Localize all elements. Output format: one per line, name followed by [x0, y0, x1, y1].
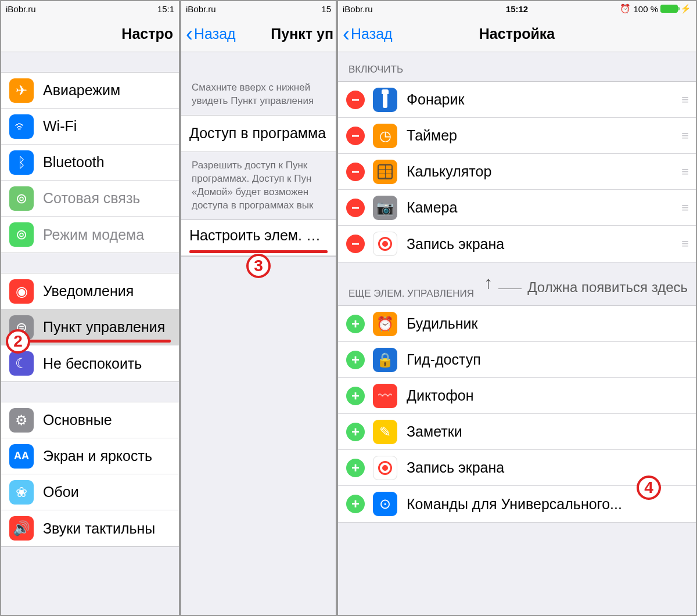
row-label: Доступ в программа [189, 125, 328, 142]
add-button[interactable]: + [346, 495, 365, 513]
row-customize[interactable]: Настроить элем. упр [181, 220, 336, 256]
carrier-label: iBobr.ru [186, 4, 321, 14]
back-button[interactable]: ‹ Назад [343, 26, 393, 42]
row-label: Bluetooth [43, 154, 171, 171]
annotation-badge-4: 4 [637, 475, 661, 500]
add-button[interactable]: + [346, 315, 365, 333]
status-bar: iBobr.ru 15:12 ⏰ 100 % ⚡ [338, 1, 696, 16]
remove-button[interactable]: − [346, 163, 365, 181]
control-row[interactable]: −Калькулятор≡ [338, 154, 696, 190]
add-button[interactable]: + [346, 351, 365, 369]
bluetooth-icon: ᛒ [9, 150, 34, 175]
time-label: 15 [321, 4, 331, 14]
page-title: Настро [121, 26, 173, 42]
row-label: Настроить элем. упр [189, 227, 328, 244]
page-title: Пункт уп [271, 26, 333, 42]
settings-row[interactable]: 🔊Звуки тактильны [1, 510, 179, 546]
control-row[interactable]: −Запись экрана≡ [338, 226, 696, 262]
more-list: 4 +⏰Будильник+🔒Гид-доступ+〰Диктофон+✎Зам… [338, 305, 696, 523]
dnd-icon: ☾ [9, 351, 34, 376]
row-label: Заметки [407, 423, 688, 440]
remove-button[interactable]: − [346, 127, 365, 145]
control-row[interactable]: +🔒Гид-доступ [338, 342, 696, 378]
settings-row[interactable]: ✈Авиарежим [1, 73, 179, 109]
include-list: −Фонарик≡−◷Таймер≡−Калькулятор≡−📷Камера≡… [338, 81, 696, 262]
add-button[interactable]: + [346, 423, 365, 441]
row-access-in-apps[interactable]: Доступ в программа [181, 116, 336, 152]
remove-button[interactable]: − [346, 235, 365, 253]
control-row[interactable]: +⏰Будильник [338, 306, 696, 342]
settings-row[interactable]: ⊚Сотовая связь [1, 181, 179, 217]
charge-icon: ⚡ [680, 3, 691, 14]
remove-button[interactable]: − [346, 91, 365, 109]
status-bar: iBobr.ru 15 [181, 1, 336, 16]
status-bar: iBobr.ru 15:1 [1, 1, 179, 16]
settings-row[interactable]: ◉Уведомления [1, 273, 179, 309]
notes-icon: ✎ [373, 420, 397, 444]
row-label: Звуки тактильны [43, 520, 171, 537]
row-label: Калькулятор [407, 163, 681, 180]
back-label: Назад [351, 26, 393, 42]
alarm-icon: ⏰ [620, 3, 631, 14]
navbar: Настро [1, 16, 179, 52]
row-label: Основные [43, 412, 171, 428]
annotation-badge-2: 2 [6, 329, 30, 354]
general-icon: ⚙ [9, 408, 34, 433]
row-label: Режим модема [43, 226, 171, 243]
row-label: Пункт управления [43, 319, 171, 336]
drag-icon[interactable]: ≡ [681, 236, 688, 251]
row-label: Уведомления [43, 283, 171, 300]
row-label: Авиарежим [43, 82, 171, 99]
remove-button[interactable]: − [346, 199, 365, 217]
row-label: Фонарик [407, 91, 681, 108]
back-label: Назад [194, 26, 236, 42]
settings-row[interactable]: ⚙Основные [1, 402, 179, 438]
guided-icon: 🔒 [373, 348, 397, 372]
row-label: Не беспокоить [43, 355, 171, 372]
carrier-label: iBobr.ru [6, 4, 157, 14]
timer-icon: ◷ [373, 124, 397, 148]
add-button[interactable]: + [346, 459, 365, 477]
control-row[interactable]: −◷Таймер≡ [338, 118, 696, 154]
access-icon: ⊙ [373, 492, 397, 516]
footer-text: Смахните вверх с нижней увидеть Пункт уп… [181, 52, 336, 115]
control-row[interactable]: −Фонарик≡ [338, 82, 696, 118]
toggle-row: Доступ в программа [181, 115, 336, 152]
settings-list-3: ⚙ОсновныеAAЭкран и яркость❀Обои🔊Звуки та… [1, 402, 179, 547]
wifi-icon: ᯤ [9, 114, 34, 139]
time-label: 15:1 [157, 4, 174, 14]
control-row[interactable]: +〰Диктофон [338, 378, 696, 414]
alarm-icon: ⏰ [373, 312, 397, 336]
back-button[interactable]: ‹ Назад [186, 26, 236, 42]
settings-row[interactable]: ᛒBluetooth [1, 145, 179, 181]
drag-icon[interactable]: ≡ [681, 164, 688, 179]
settings-row[interactable]: AAЭкран и яркость [1, 438, 179, 474]
cellular-icon: ⊚ [9, 186, 34, 211]
navbar: ‹ Назад Настройка [338, 16, 696, 52]
battery-label: 100 % [633, 4, 658, 14]
settings-row[interactable]: ᯤWi-Fi [1, 109, 179, 145]
panel-control-center: iBobr.ru 15 ‹ Назад Пункт уп Смахните вв… [180, 0, 337, 616]
settings-row[interactable]: ☾Не беспокоить [1, 345, 179, 381]
settings-list-2: 2 ◉Уведомления⊜Пункт управления☾Не беспо… [1, 273, 179, 382]
camera-icon: 📷 [373, 196, 397, 220]
time-label: 15:12 [506, 4, 528, 14]
drag-icon[interactable]: ≡ [681, 92, 688, 107]
row-label: Камера [407, 199, 681, 216]
row-label: Экран и яркость [43, 448, 171, 464]
drag-icon[interactable]: ≡ [681, 128, 688, 143]
display-icon: AA [9, 444, 34, 469]
add-button[interactable]: + [346, 387, 365, 405]
footer-text: Разрешить доступ к Пунк программах. Дост… [181, 152, 336, 219]
row-label: Запись экрана [407, 236, 681, 253]
drag-icon[interactable]: ≡ [681, 200, 688, 215]
settings-row[interactable]: ⊚Режим модема [1, 217, 179, 253]
control-row[interactable]: −📷Камера≡ [338, 190, 696, 226]
panel-settings: iBobr.ru 15:1 Настро ✈АвиарежимᯤWi-FiᛒBl… [0, 0, 180, 616]
settings-row[interactable]: ❀Обои [1, 474, 179, 510]
row-label: Wi-Fi [43, 118, 171, 135]
row-label: Таймер [407, 127, 681, 144]
row-label: Гид-доступ [407, 351, 688, 368]
control-row[interactable]: +✎Заметки [338, 414, 696, 450]
row-label: Будильник [407, 315, 688, 332]
